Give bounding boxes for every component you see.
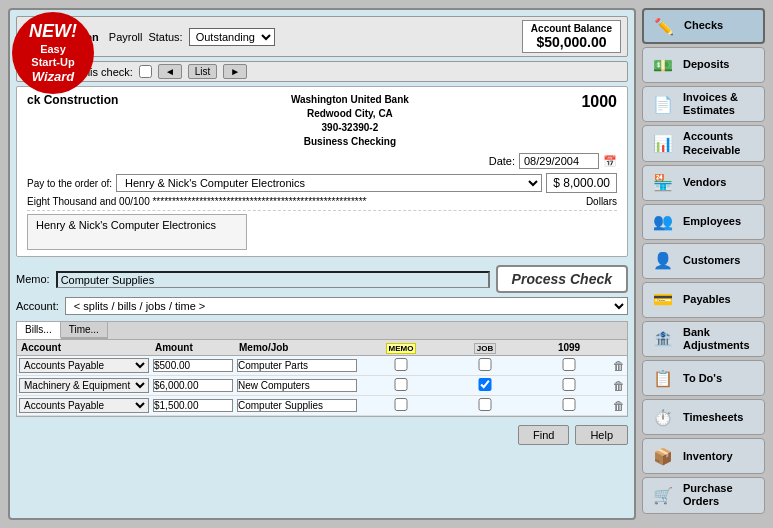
account-label: Account:	[16, 300, 59, 312]
sidebar-item-invoices[interactable]: 📄 Invoices & Estimates	[642, 86, 765, 122]
row1-memo-input[interactable]	[237, 359, 357, 372]
table-section: Bills... Time... Account Amount Memo/Job…	[16, 321, 628, 417]
badge-easy: Easy	[40, 43, 66, 56]
row1-job-checkbox[interactable]	[445, 358, 525, 371]
row3-amount-input[interactable]	[153, 399, 233, 412]
bank-name: Washington United Bank	[291, 93, 409, 107]
accounts-receivable-icon: 📊	[649, 132, 677, 156]
bank-info: Washington United Bank Redwood City, CA …	[291, 93, 409, 149]
bank-type: Business Checking	[291, 135, 409, 149]
sidebar-item-payables[interactable]: 💳 Payables	[642, 282, 765, 318]
row2-memo-input[interactable]	[237, 379, 357, 392]
no-print-checkbox[interactable]	[139, 65, 152, 78]
deposits-icon: 💵	[649, 53, 677, 77]
row2-memo-checkbox[interactable]	[361, 378, 441, 391]
sidebar-label-checks: Checks	[684, 19, 723, 32]
written-amount: Eight Thousand and 00/100 **************…	[27, 196, 367, 207]
sidebar-item-bank-adjustments[interactable]: 🏦 Bank Adjustments	[642, 321, 765, 357]
row3-delete-icon[interactable]: 🗑	[613, 399, 625, 413]
nav-list-button[interactable]: List	[188, 64, 218, 79]
badge-new: NEW!	[29, 21, 77, 43]
sidebar-label-purchase-orders: Purchase Orders	[683, 482, 758, 508]
sidebar-item-accounts-receivable[interactable]: 📊 Accounts Receivable	[642, 125, 765, 161]
row3-account-select[interactable]: Accounts Payable	[19, 398, 149, 413]
row1-memo-checkbox[interactable]	[361, 358, 441, 371]
sidebar-item-vendors[interactable]: 🏪 Vendors	[642, 165, 765, 201]
date-label: Date:	[489, 155, 515, 167]
row1-delete-icon[interactable]: 🗑	[613, 359, 625, 373]
row2-job-checkbox[interactable]	[445, 378, 525, 391]
col-delete	[611, 340, 627, 356]
sidebar-label-invoices: Invoices & Estimates	[683, 91, 758, 117]
sidebar-label-vendors: Vendors	[683, 176, 726, 189]
tab-bills[interactable]: Bills...	[17, 322, 61, 339]
bank-adjustments-icon: 🏦	[649, 327, 677, 351]
row3-1099-checkbox[interactable]	[529, 398, 609, 411]
sidebar-label-accounts-receivable: Accounts Receivable	[683, 130, 758, 156]
col-1099: 1099	[527, 340, 611, 356]
process-check-button[interactable]: Process Check	[496, 265, 628, 293]
account-select[interactable]: < splits / bills / jobs / time >	[65, 297, 628, 315]
status-select[interactable]: Outstanding Cleared Void	[189, 28, 275, 46]
sidebar-label-bank-adjustments: Bank Adjustments	[683, 326, 758, 352]
amount-box: $ 8,000.00	[546, 173, 617, 193]
row3-memo-input[interactable]	[237, 399, 357, 412]
nav-forward-button[interactable]: ►	[223, 64, 247, 79]
todos-icon: 📋	[649, 366, 677, 390]
payables-icon: 💳	[649, 288, 677, 312]
badge-wizard: Wizard	[32, 69, 75, 85]
bank-routing: 390-32390-2	[291, 121, 409, 135]
row2-amount-input[interactable]	[153, 379, 233, 392]
badge-startup: Start-Up	[31, 56, 74, 69]
account-balance-label: Account Balance	[531, 23, 612, 34]
sidebar-item-checks[interactable]: ✏️ Checks	[642, 8, 765, 44]
sidebar-item-inventory[interactable]: 📦 Inventory	[642, 438, 765, 474]
sidebar-item-employees[interactable]: 👥 Employees	[642, 204, 765, 240]
sidebar-label-employees: Employees	[683, 215, 741, 228]
row3-job-checkbox[interactable]	[445, 398, 525, 411]
sidebar-item-purchase-orders[interactable]: 🛒 Purchase Orders	[642, 477, 765, 513]
sidebar-item-todos[interactable]: 📋 To Do's	[642, 360, 765, 396]
memo-input[interactable]	[56, 271, 490, 288]
sidebar-label-todos: To Do's	[683, 372, 722, 385]
sidebar-label-customers: Customers	[683, 254, 740, 267]
table-row: Accounts Payable 🗑	[17, 356, 627, 376]
vendors-icon: 🏪	[649, 171, 677, 195]
sidebar-label-payables: Payables	[683, 293, 731, 306]
row1-account-select[interactable]: Accounts Payable	[19, 358, 149, 373]
account-balance-box: Account Balance $50,000.00	[522, 20, 621, 53]
memo-row: Memo: Process Check	[16, 265, 628, 293]
table-tabs: Bills... Time...	[17, 322, 627, 340]
employees-icon: 👥	[649, 210, 677, 234]
bank-city: Redwood City, CA	[291, 107, 409, 121]
sidebar-item-deposits[interactable]: 💵 Deposits	[642, 47, 765, 83]
payto-label: Pay to the order of:	[27, 178, 112, 189]
checks-icon: ✏️	[650, 14, 678, 38]
date-input[interactable]	[519, 153, 599, 169]
col-account: Account	[17, 340, 151, 356]
sidebar-item-customers[interactable]: 👤 Customers	[642, 243, 765, 279]
row1-amount-input[interactable]	[153, 359, 233, 372]
row1-1099-checkbox[interactable]	[529, 358, 609, 371]
inventory-icon: 📦	[649, 444, 677, 468]
check-number: 1000	[581, 93, 617, 149]
row2-1099-checkbox[interactable]	[529, 378, 609, 391]
sidebar-item-timesheets[interactable]: ⏱️ Timesheets	[642, 399, 765, 435]
find-button[interactable]: Find	[518, 425, 569, 445]
help-button[interactable]: Help	[575, 425, 628, 445]
row3-memo-checkbox[interactable]	[361, 398, 441, 411]
sidebar-label-deposits: Deposits	[683, 58, 729, 71]
payto-select[interactable]: Henry & Nick's Computer Electronics	[116, 174, 542, 192]
account-row: Account: < splits / bills / jobs / time …	[16, 297, 628, 315]
row2-delete-icon[interactable]: 🗑	[613, 379, 625, 393]
sidebar-label-inventory: Inventory	[683, 450, 733, 463]
timesheets-icon: ⏱️	[649, 405, 677, 429]
col-memo-tag: MEMO	[359, 340, 443, 356]
date-row: Date: 📅	[27, 153, 617, 169]
new-badge: NEW! Easy Start-Up Wizard	[12, 12, 94, 94]
invoices-icon: 📄	[649, 92, 677, 116]
calendar-icon[interactable]: 📅	[603, 155, 617, 168]
row2-account-select[interactable]: Machinery & Equipment	[19, 378, 149, 393]
tab-time[interactable]: Time...	[61, 322, 108, 339]
nav-back-button[interactable]: ◄	[158, 64, 182, 79]
